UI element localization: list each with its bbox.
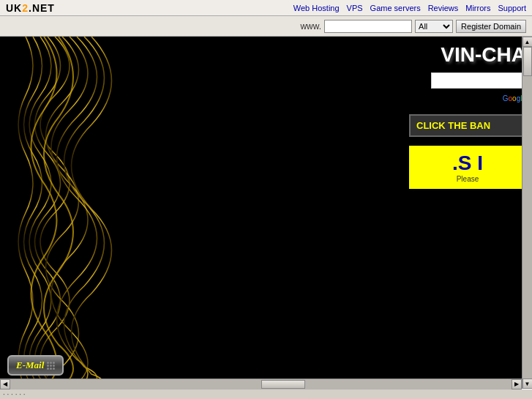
www-label: www. — [300, 21, 321, 31]
email-button[interactable]: E-Mail — [7, 355, 64, 376]
nav-vps[interactable]: VPS — [347, 4, 363, 12]
main-content: VIN-CHA Google CLICK THE BAN .S I Please… — [0, 37, 532, 389]
grid-icon — [47, 362, 55, 370]
email-label: E-Mail — [16, 359, 44, 371]
yellow-banner-main-text: .S I — [415, 152, 520, 175]
search-text-input[interactable] — [431, 72, 526, 89]
scroll-right-button[interactable]: ▶ — [512, 379, 522, 389]
statusbar: · · · · · · — [0, 389, 532, 399]
logo-net: .NET — [29, 2, 55, 14]
scroll-down-button[interactable]: ▼ — [522, 379, 533, 389]
site-logo: UK2.NET — [6, 2, 55, 14]
scroll-up-button[interactable]: ▲ — [522, 37, 533, 47]
yellow-banner-sub-text: Please — [415, 175, 520, 183]
click-banner[interactable]: CLICK THE BAN — [409, 114, 526, 137]
hscroll-thumb[interactable] — [261, 380, 305, 389]
scroll-left-button[interactable]: ◀ — [0, 379, 10, 389]
hscroll-track[interactable] — [10, 379, 512, 389]
scroll-thumb[interactable] — [523, 47, 532, 76]
nav-reviews[interactable]: Reviews — [428, 4, 459, 12]
site-title: VIN-CHA — [441, 44, 526, 67]
register-domain-button[interactable]: Register Domain — [456, 20, 526, 33]
vertical-scrollbar: ▲ ▼ — [522, 37, 532, 389]
logo-two: 2 — [22, 2, 29, 14]
domain-searchbar: www. All .com .co.uk .net .org Register … — [0, 16, 532, 37]
right-panel: VIN-CHA Google CLICK THE BAN .S I Please — [386, 37, 532, 389]
nav-web-hosting[interactable]: Web Hosting — [293, 4, 340, 12]
scroll-track[interactable] — [522, 47, 533, 379]
tld-select[interactable]: All .com .co.uk .net .org — [415, 20, 453, 33]
topbar: UK2.NET Web Hosting VPS Game servers Rev… — [0, 0, 532, 16]
statusbar-dots: · · · · · · — [3, 390, 26, 398]
wave-graphic — [4, 37, 179, 389]
nav-links: Web Hosting VPS Game servers Reviews Mir… — [293, 4, 526, 12]
domain-input[interactable] — [324, 20, 412, 33]
nav-support[interactable]: Support — [498, 4, 526, 12]
horizontal-scrollbar: ◀ ▶ — [0, 379, 522, 389]
nav-mirrors[interactable]: Mirrors — [465, 4, 490, 12]
yellow-banner[interactable]: .S I Please — [409, 146, 526, 189]
search-box-container — [431, 72, 526, 92]
nav-game-servers[interactable]: Game servers — [370, 4, 421, 12]
logo-uk: UK — [6, 2, 22, 14]
